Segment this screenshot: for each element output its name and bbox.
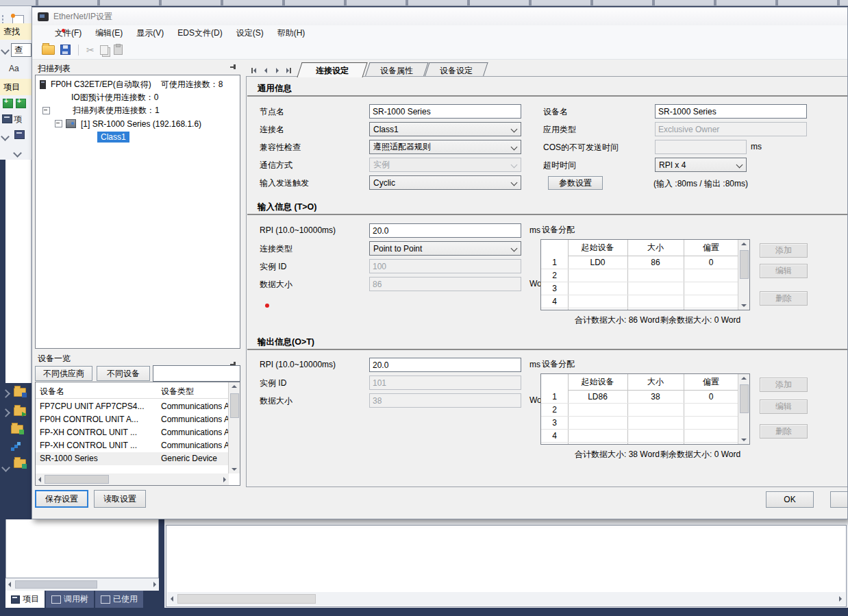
chevron-right-icon[interactable] [3,408,9,418]
scroll-down-icon[interactable] [232,468,237,471]
open-icon[interactable] [42,45,55,55]
timeout-select[interactable]: RPI x 4 [655,158,747,172]
table-row[interactable]: FP0H CONTROL UNIT A... Communications Ad [36,413,229,426]
scroll-down-icon[interactable] [741,304,747,307]
menu-eds-file[interactable]: EDS文件(D) [171,26,228,40]
chevron-down-icon[interactable] [2,46,8,56]
col-size[interactable]: 大小 [627,240,684,256]
node-name-input[interactable]: SR-1000 Series [369,104,521,119]
chevron-right-icon[interactable] [3,389,9,399]
save-settings-button[interactable]: 保存设置 [35,490,88,508]
scrollbar-thumb[interactable] [15,580,97,589]
scrollbar-thumb[interactable] [740,250,749,279]
tree-item-scan-count[interactable]: 扫描列表使用连接数：1 [42,104,160,117]
scroll-right-icon[interactable] [223,477,226,482]
scroll-down-icon[interactable] [741,439,747,441]
scrollbar-thumb[interactable] [45,475,109,484]
pin-icon[interactable] [229,64,237,71]
scroll-up-icon[interactable] [232,385,237,388]
editor-horizontal-scrollbar[interactable] [167,592,845,606]
col-offset[interactable]: 偏置 [684,240,738,256]
menu-view[interactable]: 显示(V) [130,26,170,40]
row-number[interactable]: 4 [541,295,568,308]
project-panel-label[interactable]: 项目 [0,79,32,95]
dialog-titlebar[interactable]: EtherNet/IP设置 [32,8,847,25]
scroll-right-icon[interactable] [153,582,156,587]
column-header-device-name[interactable]: 设备名 [40,386,156,397]
parameter-settings-button[interactable]: 参数设置 [548,176,603,190]
input-rpi-input[interactable]: 20.0 [369,223,521,238]
cell-size[interactable]: 38 [627,390,684,403]
col-start-device[interactable]: 起始设备 [568,240,627,256]
chevron-down-icon[interactable] [14,149,21,158]
chevron-down-icon[interactable] [2,132,8,142]
output-rpi-input[interactable]: 20.0 [369,358,521,372]
tree-item-io-map[interactable]: IO图预计使用连接数：0 [71,91,158,104]
connection-name-select[interactable]: Class1 [369,122,521,136]
col-size[interactable]: 大小 [627,374,684,391]
compat-check-select[interactable]: 遵照适配器规则 [369,140,521,154]
find-input[interactable]: 查 [11,43,32,57]
read-settings-button[interactable]: 读取设置 [94,490,146,508]
project-tree-icon[interactable] [2,114,12,123]
cancel-button[interactable]: 取消 [830,491,848,508]
cell-start-device[interactable]: LD86 [568,390,627,403]
row-number[interactable]: 1 [541,256,568,269]
scroll-up-icon[interactable] [741,243,747,245]
scroll-up-icon[interactable] [741,377,747,380]
folder-book-icon[interactable] [14,388,26,397]
tab-call-tree[interactable]: 调用树 [46,591,94,608]
row-number[interactable]: 3 [541,416,568,429]
row-number[interactable]: 3 [541,282,568,295]
table-row[interactable]: FP-XH CONTROL UNIT ... Communications Ad [36,439,229,452]
device-list-hscrollbar[interactable] [36,473,229,485]
stairs-icon[interactable] [11,443,21,451]
scroll-left-icon[interactable] [38,477,41,482]
alloc-vscrollbar[interactable] [738,374,749,444]
device-list-vscrollbar[interactable] [228,382,240,473]
col-start-device[interactable]: 起始设备 [568,374,627,391]
tab-device-properties[interactable]: 设备属性 [364,62,428,77]
table-row-selected[interactable]: SR-1000 Series Generic Device [36,452,229,465]
collapse-icon[interactable] [55,120,62,127]
ok-button[interactable]: OK [766,491,814,508]
next-tab-icon[interactable] [272,65,282,75]
cell-offset[interactable]: 0 [684,390,738,403]
tree-item-connection-selected[interactable]: Class1 [97,130,129,143]
scroll-right-icon[interactable] [839,596,842,602]
row-number[interactable]: 1 [541,390,568,403]
tab-device-settings[interactable]: 设备设定 [424,62,488,77]
row-number[interactable]: 2 [541,269,568,282]
by-vendor-button[interactable]: 不同供应商 [35,366,92,381]
device-name-input[interactable]: SR-1000 Series [655,104,807,119]
menu-help[interactable]: 帮助(H) [271,26,312,40]
scrollbar-thumb[interactable] [230,393,239,418]
collapse-icon[interactable] [42,107,50,114]
scroll-left-icon[interactable] [171,596,173,602]
cell-start-device[interactable]: LD0 [568,256,627,269]
add-group-icon[interactable] [16,99,26,108]
menu-settings[interactable]: 设定(S) [230,26,270,40]
scrollbar-thumb[interactable] [740,384,749,413]
tree-item-device[interactable]: [1] SR-1000 Series (192.168.1.6) [55,117,201,130]
input-trigger-select[interactable]: Cyclic [369,175,521,190]
first-tab-icon[interactable] [249,65,259,75]
tab-connection-settings[interactable]: 连接设定 [297,62,367,77]
col-offset[interactable]: 偏置 [684,374,738,391]
tab-project[interactable]: 项目 [5,591,45,608]
left-horizontal-scrollbar[interactable] [5,578,159,591]
alloc-vscrollbar[interactable] [738,240,749,310]
save-icon[interactable] [60,45,71,55]
scrollbar-thumb[interactable] [177,594,316,604]
prev-tab-icon[interactable] [260,65,271,75]
tree-item-plc[interactable]: FP0H C32ET/EP(自动取得) 可使用连接数：8 [40,78,223,91]
match-case-label[interactable]: Aa [9,64,19,73]
add-item-icon[interactable] [3,99,13,108]
last-tab-icon[interactable] [284,65,294,75]
cell-offset[interactable]: 0 [684,256,738,269]
menu-edit[interactable]: 编辑(E) [89,26,129,40]
row-number[interactable]: 2 [541,403,568,416]
table-row[interactable]: FP7CPU UNIT AFP7CPS4... Communications A… [36,400,229,413]
by-device-button[interactable]: 不同设备 [97,366,150,381]
row-number[interactable]: 4 [541,429,568,442]
